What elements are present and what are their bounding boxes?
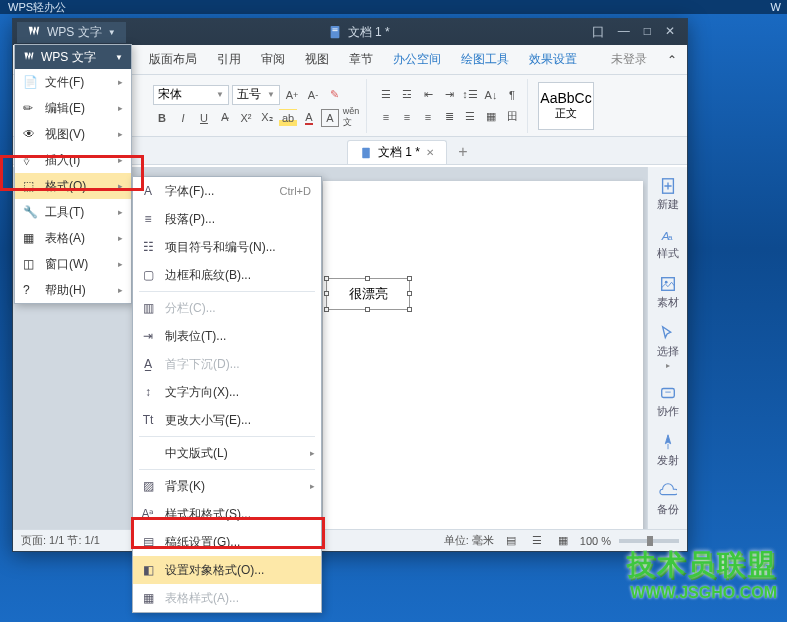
sort-icon[interactable]: A↓ bbox=[482, 86, 500, 104]
view-outline-icon[interactable]: ☰ bbox=[528, 532, 546, 550]
submenu-item-14[interactable]: Aᵃ样式和格式(S)... bbox=[133, 500, 321, 528]
menu-draw[interactable]: 绘图工具 bbox=[451, 45, 519, 74]
menu-item-3[interactable]: ⎀插入(I)▸ bbox=[15, 147, 131, 173]
status-unit: 单位: 毫米 bbox=[444, 533, 494, 548]
font-name-select[interactable]: 宋体▼ bbox=[153, 85, 229, 105]
phonetic-icon[interactable]: wěn文 bbox=[342, 109, 360, 127]
borders-icon[interactable]: 田 bbox=[503, 108, 521, 126]
settings-icon[interactable]: 囗 bbox=[592, 24, 604, 41]
view-web-icon[interactable]: ▦ bbox=[554, 532, 572, 550]
side-style[interactable]: Aa样式 bbox=[657, 226, 679, 261]
indent-dec-icon[interactable]: ⇤ bbox=[419, 86, 437, 104]
submenu-item-9[interactable]: Tt更改大小写(E)... bbox=[133, 406, 321, 434]
zoom-slider[interactable] bbox=[619, 539, 679, 543]
bullets-icon[interactable]: ☰ bbox=[377, 86, 395, 104]
lines-icon: ≡ bbox=[141, 212, 155, 226]
menu-item-0[interactable]: 📄文件(F)▸ bbox=[15, 69, 131, 95]
align-right-icon[interactable]: ≡ bbox=[419, 108, 437, 126]
align-justify-icon[interactable]: ≣ bbox=[440, 108, 458, 126]
submenu-item-13[interactable]: ▨背景(K)▸ bbox=[133, 472, 321, 500]
decrease-font-icon[interactable]: A- bbox=[304, 86, 322, 104]
close-tab-icon[interactable]: ✕ bbox=[426, 147, 434, 158]
menu-view[interactable]: 视图 bbox=[295, 45, 339, 74]
align-distribute-icon[interactable]: ☰ bbox=[461, 108, 479, 126]
menu-item-2[interactable]: 👁视图(V)▸ bbox=[15, 121, 131, 147]
submenu-item-8[interactable]: ↕文字方向(X)... bbox=[133, 378, 321, 406]
add-tab-icon[interactable]: + bbox=[451, 140, 475, 164]
obj-icon: ◧ bbox=[141, 563, 155, 577]
font-color-icon[interactable]: A bbox=[300, 109, 318, 127]
submenu-item-17: ▦表格样式(A)... bbox=[133, 584, 321, 612]
side-collab[interactable]: 协作 bbox=[657, 384, 679, 419]
maximize-icon[interactable]: □ bbox=[644, 24, 651, 41]
side-send[interactable]: 发射 bbox=[657, 433, 679, 468]
menu-item-4[interactable]: ⬚格式(O)▸ bbox=[15, 173, 131, 199]
bold-icon[interactable]: B bbox=[153, 109, 171, 127]
selected-textbox[interactable]: 很漂亮 bbox=[326, 278, 410, 310]
highlight-icon[interactable]: ab bbox=[279, 109, 297, 127]
menu-chapter[interactable]: 章节 bbox=[339, 45, 383, 74]
desktop-title: WPS轻办公 bbox=[8, 1, 66, 13]
document-page[interactable] bbox=[323, 181, 643, 529]
submenu-item-1[interactable]: ≡段落(P)... bbox=[133, 205, 321, 233]
menu-title[interactable]: WPS 文字 ▼ bbox=[15, 45, 131, 69]
menu-item-6[interactable]: ▦表格(A)▸ bbox=[15, 225, 131, 251]
clear-format-icon[interactable]: ✎ bbox=[325, 86, 343, 104]
show-marks-icon[interactable]: ¶ bbox=[503, 86, 521, 104]
char-border-icon[interactable]: A bbox=[321, 109, 339, 127]
subscript-icon[interactable]: X₂ bbox=[258, 109, 276, 127]
style-gallery-item[interactable]: AaBbCc 正文 bbox=[538, 82, 594, 130]
superscript-icon[interactable]: X² bbox=[237, 109, 255, 127]
menu-item-1[interactable]: ✏编辑(E)▸ bbox=[15, 95, 131, 121]
line-spacing-icon[interactable]: ↕☰ bbox=[461, 86, 479, 104]
submenu-item-5: ▥分栏(C)... bbox=[133, 294, 321, 322]
increase-font-icon[interactable]: A+ bbox=[283, 86, 301, 104]
menu-review[interactable]: 审阅 bbox=[251, 45, 295, 74]
menu-reference[interactable]: 引用 bbox=[207, 45, 251, 74]
menu-layout[interactable]: 版面布局 bbox=[139, 45, 207, 74]
side-new[interactable]: 新建 bbox=[657, 177, 679, 212]
wps-logo-icon bbox=[23, 51, 35, 63]
menu-office[interactable]: 办公空间 bbox=[383, 45, 451, 74]
doc-icon bbox=[360, 147, 372, 159]
italic-icon[interactable]: I bbox=[174, 109, 192, 127]
tab-icon: ⇥ bbox=[141, 329, 155, 343]
side-material[interactable]: 素材 bbox=[657, 275, 679, 310]
desktop-title-right: W bbox=[771, 0, 781, 14]
font-size-select[interactable]: 五号▼ bbox=[232, 85, 280, 105]
submenu-item-0[interactable]: A字体(F)...Ctrl+D bbox=[133, 177, 321, 205]
submenu-separator bbox=[139, 469, 315, 470]
document-tab[interactable]: 文档 1 * ✕ bbox=[347, 140, 447, 164]
shading-icon[interactable]: ▦ bbox=[482, 108, 500, 126]
indent-inc-icon[interactable]: ⇥ bbox=[440, 86, 458, 104]
side-backup[interactable]: 备份 bbox=[657, 482, 679, 517]
app-menu-button[interactable]: WPS 文字 ▼ bbox=[17, 22, 126, 43]
menu-item-5[interactable]: 🔧工具(T)▸ bbox=[15, 199, 131, 225]
side-select[interactable]: 选择▸ bbox=[657, 324, 679, 370]
submenu-item-2[interactable]: ☷项目符号和编号(N)... bbox=[133, 233, 321, 261]
underline-icon[interactable]: U bbox=[195, 109, 213, 127]
watermark-url: WWW.JSGHO.COM bbox=[627, 584, 777, 602]
close-icon[interactable]: ✕ bbox=[665, 24, 675, 41]
menu-effect[interactable]: 效果设置 bbox=[519, 45, 587, 74]
submenu-item-16[interactable]: ◧设置对象格式(O)... bbox=[133, 556, 321, 584]
status-zoom[interactable]: 100 % bbox=[580, 535, 611, 547]
menu-icon: ? bbox=[23, 283, 37, 297]
submenu-item-6[interactable]: ⇥制表位(T)... bbox=[133, 322, 321, 350]
cols-icon: ▥ bbox=[141, 301, 155, 315]
login-status[interactable]: 未登录 bbox=[601, 51, 657, 68]
hide-ribbon-icon[interactable]: ⌃ bbox=[657, 45, 687, 74]
submenu-item-3[interactable]: ▢边框和底纹(B)... bbox=[133, 261, 321, 289]
menu-item-7[interactable]: ◫窗口(W)▸ bbox=[15, 251, 131, 277]
align-left-icon[interactable]: ≡ bbox=[377, 108, 395, 126]
strike-icon[interactable]: A̶ bbox=[216, 109, 234, 127]
submenu-item-15[interactable]: ▤稿纸设置(G)... bbox=[133, 528, 321, 556]
numbering-icon[interactable]: ☲ bbox=[398, 86, 416, 104]
doc-icon bbox=[328, 25, 342, 39]
menu-icon: ✏ bbox=[23, 101, 37, 115]
view-page-icon[interactable]: ▤ bbox=[502, 532, 520, 550]
submenu-item-11[interactable]: 中文版式(L)▸ bbox=[133, 439, 321, 467]
align-center-icon[interactable]: ≡ bbox=[398, 108, 416, 126]
menu-item-8[interactable]: ?帮助(H)▸ bbox=[15, 277, 131, 303]
minimize-icon[interactable]: — bbox=[618, 24, 630, 41]
